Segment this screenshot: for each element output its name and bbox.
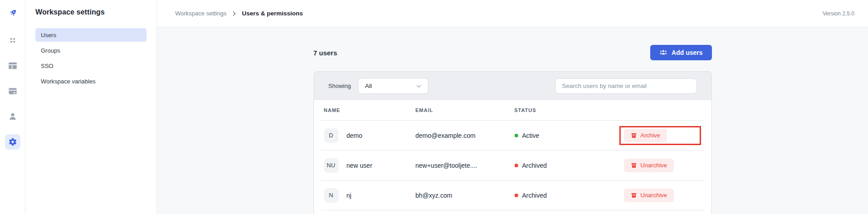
table-row: N nj bh@xyz.com Archived [321, 180, 704, 210]
main-area: Workspace settings Users & permissions V… [157, 0, 868, 214]
user-name: nj [347, 192, 352, 199]
column-header-name: NAME [324, 107, 416, 113]
wallet-icon[interactable] [5, 83, 20, 99]
breadcrumb: Workspace settings Users & permissions [175, 10, 303, 17]
users-toolbar: 7 users Add users [314, 44, 712, 61]
status-dot [515, 194, 518, 197]
status-label: Archived [522, 162, 547, 169]
user-email: bh@xyz.com [416, 192, 452, 199]
sidebar-item-label: SSO [41, 63, 53, 69]
version-label: Version 2.5.0 [823, 10, 854, 17]
unarchive-button[interactable]: Unarchive [624, 189, 674, 202]
content-area: 7 users Add users [157, 27, 868, 214]
breadcrumb-parent[interactable]: Workspace settings [175, 10, 226, 17]
user-email: demo@example.com [416, 132, 476, 139]
status-label: Active [522, 132, 539, 139]
add-users-icon [659, 49, 667, 57]
chevron-right-icon [231, 10, 237, 17]
table-row: D demo demo@example.com Active [321, 121, 704, 151]
sidebar-title: Workspace settings [35, 8, 147, 16]
unarchive-button[interactable]: Unarchive [624, 159, 674, 172]
unarchive-button-label: Unarchive [641, 162, 667, 169]
app-root: Workspace settings Users Groups SSO Work… [0, 0, 868, 214]
search-users-input[interactable] [555, 78, 697, 94]
apps-icon[interactable] [5, 33, 20, 48]
users-table-card: Showing All NAME EMAIL [314, 71, 712, 214]
add-users-label: Add users [672, 49, 702, 56]
layout-icon[interactable] [5, 58, 20, 73]
add-users-button[interactable]: Add users [650, 45, 711, 60]
sidebar-item-groups[interactable]: Groups [35, 44, 147, 57]
icon-rail [0, 0, 25, 214]
rocket-logo-icon[interactable] [5, 5, 20, 21]
chevron-down-icon [415, 83, 422, 90]
unarchive-button-label: Unarchive [641, 192, 667, 199]
sidebar-item-label: Users [41, 32, 56, 39]
settings-icon[interactable] [5, 134, 20, 150]
status-label: Archived [522, 192, 547, 199]
showing-label: Showing [329, 83, 351, 89]
table-row: NU new user new+user@tooljete.... Archiv… [321, 151, 704, 180]
sidebar-item-label: Workspace variables [41, 78, 95, 85]
status-dot [515, 164, 518, 167]
avatar: NU [324, 158, 338, 173]
table-header-row: NAME EMAIL STATUS [321, 100, 704, 121]
sidebar-item-label: Groups [41, 47, 60, 54]
user-icon[interactable] [5, 109, 20, 124]
showing-select[interactable]: All [358, 78, 428, 94]
user-email: new+user@tooljete.... [416, 162, 477, 169]
archive-icon [631, 192, 637, 199]
user-count-label: 7 users [314, 49, 338, 57]
column-header-status: STATUS [515, 107, 624, 113]
top-bar: Workspace settings Users & permissions V… [157, 0, 868, 27]
user-name: new user [347, 162, 373, 169]
user-name: demo [347, 132, 363, 139]
status-dot [515, 134, 518, 137]
showing-select-value: All [365, 83, 372, 89]
archive-button-label: Archive [641, 132, 660, 139]
sidebar-item-sso[interactable]: SSO [35, 59, 147, 73]
sidebar-item-workspace-variables[interactable]: Workspace variables [35, 74, 147, 88]
filter-row: Showing All [314, 72, 711, 100]
archive-button[interactable]: Archive [624, 129, 667, 142]
column-header-email: EMAIL [416, 107, 515, 113]
breadcrumb-current: Users & permissions [242, 10, 303, 17]
settings-sidebar: Workspace settings Users Groups SSO Work… [25, 0, 157, 214]
avatar: D [324, 128, 338, 143]
archive-icon [631, 162, 637, 169]
sidebar-item-users[interactable]: Users [35, 28, 147, 42]
avatar: N [324, 188, 338, 203]
archive-icon [631, 132, 637, 139]
